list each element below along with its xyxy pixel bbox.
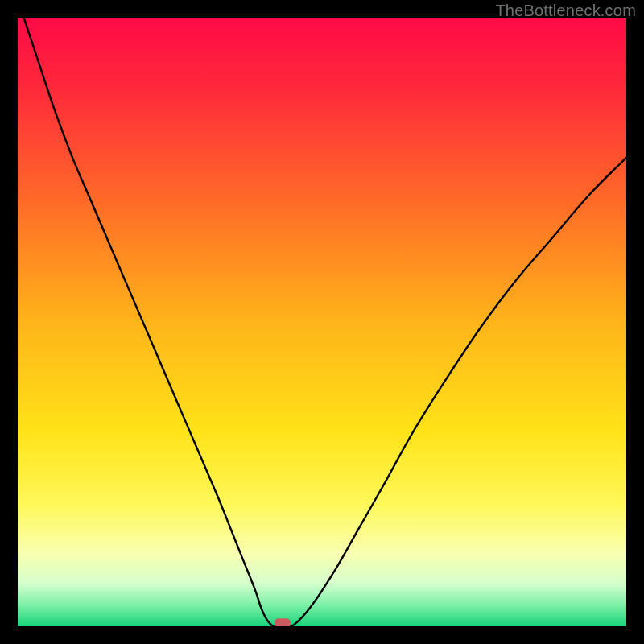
chart-frame: TheBottleneck.com bbox=[0, 0, 644, 644]
chart-svg bbox=[18, 18, 626, 626]
plot-area bbox=[18, 18, 626, 626]
minimum-marker bbox=[275, 618, 291, 626]
gradient-background bbox=[18, 18, 626, 626]
watermark-label: TheBottleneck.com bbox=[495, 2, 636, 20]
